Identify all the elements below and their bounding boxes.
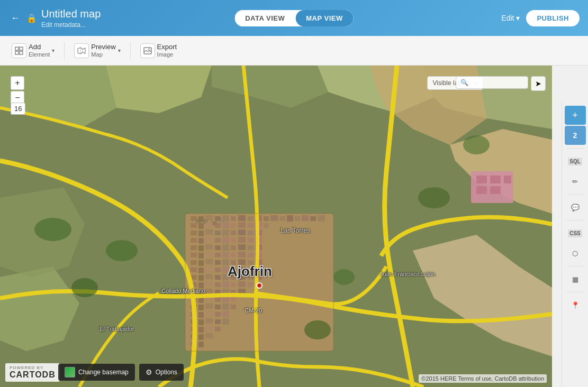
style-edit-icon: ✏ xyxy=(572,178,578,186)
svg-rect-37 xyxy=(295,216,300,221)
svg-rect-63 xyxy=(215,238,221,243)
publish-button[interactable]: PUBLISH xyxy=(526,10,580,26)
svg-rect-97 xyxy=(198,268,204,273)
svg-rect-106 xyxy=(198,275,204,281)
svg-rect-83 xyxy=(231,253,236,257)
svg-rect-50 xyxy=(264,223,269,228)
svg-point-173 xyxy=(463,135,490,154)
legend-button[interactable]: ⬡ xyxy=(565,244,586,263)
svg-rect-144 xyxy=(215,312,221,317)
legend-icon: ⬡ xyxy=(572,250,578,257)
back-button[interactable]: ← xyxy=(8,11,22,26)
sidebar-separator-1 xyxy=(567,148,584,149)
svg-rect-88 xyxy=(198,260,204,266)
svg-rect-65 xyxy=(231,238,236,243)
svg-rect-87 xyxy=(191,260,197,265)
svg-rect-67 xyxy=(248,238,254,243)
edit-dropdown-button[interactable]: Edit ▾ xyxy=(501,14,520,22)
svg-rect-100 xyxy=(222,266,229,273)
basemap-thumbnail xyxy=(65,367,75,377)
sql-button[interactable]: SQL xyxy=(565,152,586,171)
svg-rect-166 xyxy=(490,186,501,194)
svg-rect-54 xyxy=(215,231,221,235)
svg-point-170 xyxy=(304,320,331,339)
locate-button[interactable]: ➤ xyxy=(531,76,546,91)
layers-count-button[interactable]: 2 xyxy=(565,126,586,145)
map-title-group: Untitled map Edit metadata... xyxy=(41,8,101,29)
export-image-tool[interactable]: Export Image xyxy=(135,40,183,61)
zoom-in-button[interactable]: + xyxy=(11,76,24,90)
svg-rect-3 xyxy=(20,51,23,54)
svg-rect-75 xyxy=(238,244,246,250)
map-bottom-controls: Change basemap ⚙ Options xyxy=(58,364,184,381)
svg-rect-147 xyxy=(198,319,204,325)
svg-rect-33 xyxy=(264,216,269,221)
search-input[interactable] xyxy=(471,79,523,86)
cartodb-logo: POWERED BY CARTODB xyxy=(5,363,60,382)
preview-map-tool[interactable]: Preview Map ▾ xyxy=(69,40,125,61)
right-sidebar: + 2 SQL ✏ 💬 CSS ⬡ ▦ 📍 1 xyxy=(562,102,588,387)
search-box[interactable]: 🔍 xyxy=(456,76,528,89)
svg-rect-73 xyxy=(222,244,229,251)
preview-map-text: Preview Map xyxy=(91,43,115,58)
svg-rect-153 xyxy=(205,326,213,331)
svg-rect-78 xyxy=(191,253,197,257)
data-view-button[interactable]: DATA VIEW xyxy=(234,10,295,26)
svg-rect-80 xyxy=(205,252,213,257)
svg-rect-115 xyxy=(198,282,204,288)
svg-rect-91 xyxy=(222,259,229,265)
svg-rect-55 xyxy=(222,229,229,236)
svg-rect-60 xyxy=(191,238,197,243)
comment-button[interactable]: 💬 xyxy=(565,198,586,217)
svg-rect-102 xyxy=(238,266,246,272)
svg-rect-149 xyxy=(215,319,221,324)
css-button[interactable]: CSS xyxy=(565,224,586,243)
sidebar-separator-5 xyxy=(567,292,584,292)
map-container[interactable]: + − 16 Visible layers ✕ 🔍 ➤ Ajofrin Las … xyxy=(0,66,552,387)
svg-rect-163 xyxy=(490,176,501,183)
svg-rect-148 xyxy=(205,318,213,324)
chart-button[interactable]: ▦ xyxy=(565,270,586,289)
options-button[interactable]: ⚙ Options xyxy=(139,364,184,381)
map-title: Untitled map xyxy=(41,8,101,20)
svg-rect-152 xyxy=(198,327,204,333)
style-edit-button[interactable]: ✏ xyxy=(565,172,586,191)
svg-rect-132 xyxy=(215,297,221,302)
svg-rect-138 xyxy=(215,305,221,309)
svg-rect-101 xyxy=(231,268,236,272)
svg-rect-145 xyxy=(222,311,229,317)
svg-rect-57 xyxy=(238,229,246,235)
map-view-button[interactable]: MAP VIEW xyxy=(295,10,354,26)
svg-rect-142 xyxy=(198,312,204,318)
sql-icon: SQL xyxy=(568,158,582,165)
svg-rect-72 xyxy=(215,245,221,250)
map-attribution: ©2015 HERE Terms of use, CartoDB attribu… xyxy=(419,374,547,383)
add-layer-button[interactable]: + xyxy=(565,106,586,125)
sidebar-separator-2 xyxy=(567,194,584,195)
svg-rect-109 xyxy=(222,274,229,280)
add-sub-label: Element xyxy=(29,51,50,58)
svg-rect-164 xyxy=(504,176,511,183)
infowindow-button[interactable]: 📍 xyxy=(565,296,586,315)
edit-metadata-link[interactable]: Edit metadata... xyxy=(41,21,101,29)
add-element-tool[interactable]: Add Element ▾ xyxy=(6,40,60,61)
svg-rect-44 xyxy=(215,223,221,228)
zoom-level-display: 16 xyxy=(11,103,25,115)
svg-rect-157 xyxy=(205,333,213,338)
change-basemap-button[interactable]: Change basemap xyxy=(58,364,135,381)
svg-rect-156 xyxy=(198,334,204,340)
svg-rect-165 xyxy=(476,186,487,194)
svg-rect-71 xyxy=(205,244,213,250)
preview-sub-label: Map xyxy=(91,51,115,58)
svg-point-172 xyxy=(418,187,450,208)
svg-rect-140 xyxy=(231,305,236,309)
svg-rect-119 xyxy=(231,282,236,287)
svg-rect-110 xyxy=(231,275,236,280)
svg-rect-162 xyxy=(476,176,487,183)
attribution-text: ©2015 HERE Terms of use, CartoDB attribu… xyxy=(421,375,544,382)
svg-rect-31 xyxy=(248,216,254,221)
preview-map-icon xyxy=(74,43,89,58)
svg-rect-56 xyxy=(231,231,236,235)
svg-point-169 xyxy=(34,218,71,241)
export-image-text: Export Image xyxy=(157,43,177,58)
